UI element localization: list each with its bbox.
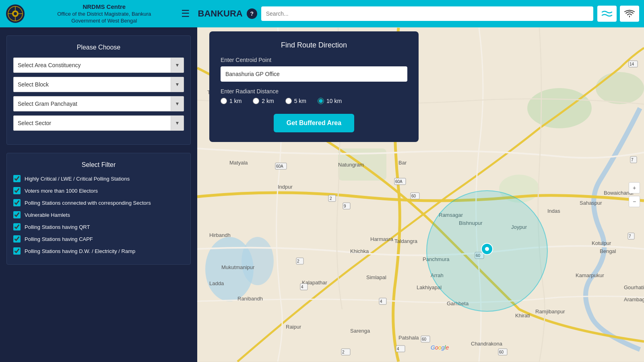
filter-label-4: Vulnerable Hamlets [25,212,70,218]
svg-text:4: 4 [301,285,303,289]
svg-text:Natungram: Natungram [338,162,364,168]
filter-checkbox-3[interactable] [13,199,21,206]
svg-text:Taldangra: Taldangra [394,238,418,244]
map-area[interactable]: Santuri Saltora Talajuri Jorehira Jhanti… [197,27,644,362]
filter-item-4: Vulnerable Hamlets [13,211,184,218]
svg-text:7: 7 [629,234,631,239]
svg-point-10 [242,237,274,285]
svg-point-11 [527,88,592,128]
main-content: Please Choose Select Area Constituency ▼… [0,27,644,362]
radio-5km[interactable]: 5 km [285,98,306,104]
svg-text:60: 60 [411,194,416,198]
radio-input-1km[interactable] [221,98,227,104]
svg-text:Matyala: Matyala [229,160,248,166]
svg-text:Ladda: Ladda [209,280,224,286]
svg-text:Arambagh: Arambagh [624,296,644,302]
svg-text:14: 14 [630,62,634,66]
radio-input-10km[interactable] [318,98,324,104]
org-line2: Office of the District Magistrate, Banku… [31,11,178,18]
svg-text:60A: 60A [395,179,402,184]
filter-item-6: Polling Stations having CAPF [13,235,184,243]
sector-dropdown[interactable]: Select Sector ▼ [13,115,184,131]
svg-text:2: 2 [297,259,299,263]
zoom-in-button[interactable]: + [629,182,640,193]
filter-label-2: Voters more than 1000 Electors [25,188,98,194]
route-panel-title: Find Route Direction [221,41,407,49]
block-arrow: ▼ [171,77,184,92]
filter-checkbox-7[interactable] [13,247,21,255]
filter-checkbox-6[interactable] [13,235,21,243]
get-buffered-area-button[interactable]: Get Buffered Area [274,114,354,132]
org-line3: Government of West Bengal [31,18,178,25]
radio-10km[interactable]: 10 km [318,98,342,104]
filter-item-5: Polling Stations having QRT [13,223,184,230]
radio-input-2km[interactable] [253,98,259,104]
search-input[interactable] [261,6,593,21]
area-constituency-select[interactable]: Select Area Constituency [14,58,171,72]
radio-1km[interactable]: 1 km [221,98,242,104]
zoom-out-button[interactable]: − [629,196,640,207]
radio-label-2km: 2 km [262,98,274,104]
svg-text:4: 4 [397,347,399,351]
filter-label-3: Polling Stations connected with correspo… [25,200,151,206]
select-filter-title: Select Filter [13,161,184,169]
svg-text:7: 7 [631,158,634,162]
hamburger-menu[interactable]: ☰ [181,8,190,19]
svg-text:9: 9 [344,204,346,208]
svg-text:Bengal: Bengal [600,248,616,254]
svg-point-12 [596,72,644,104]
route-icon-button[interactable] [597,6,617,22]
bankura-label: BANKURA [198,8,243,19]
centroid-label: Enter Centroid Point [221,57,407,63]
filter-label-5: Polling Stations having QRT [25,224,90,230]
svg-text:Khirati: Khirati [515,313,530,319]
block-select[interactable]: Select Block [14,77,171,92]
filter-checkbox-4[interactable] [13,211,21,218]
svg-text:Khichka: Khichka [350,248,369,254]
gram-panchayat-select[interactable]: Select Gram Panchayat [14,97,171,111]
filter-item-1: Highly Critical / LWE / Critical Polling… [13,175,184,182]
radio-input-5km[interactable] [285,98,292,104]
area-constituency-dropdown[interactable]: Select Area Constituency ▼ [13,58,184,73]
svg-text:Mukutmanipur: Mukutmanipur [221,264,255,270]
gram-panchayat-dropdown[interactable]: Select Gram Panchayat ▼ [13,96,184,111]
radio-2km[interactable]: 2 km [253,98,274,104]
svg-text:Google: Google [431,344,449,351]
centroid-input[interactable] [221,66,407,82]
filter-checkbox-2[interactable] [13,187,21,194]
svg-point-93 [485,247,489,251]
radio-label-1km: 1 km [229,98,242,104]
filter-checkbox-5[interactable] [13,223,21,230]
block-dropdown[interactable]: Select Block ▼ [13,77,184,92]
svg-point-3 [14,12,17,15]
filter-checkbox-1[interactable] [13,175,21,182]
filter-label-1: Highly Critical / LWE / Critical Polling… [25,176,130,182]
sector-arrow: ▼ [171,116,184,130]
svg-text:Simlapal: Simlapal [366,274,386,280]
org-line1: NRDMS Centre [31,3,178,11]
svg-text:Bar: Bar [398,160,407,166]
area-constituency-arrow: ▼ [171,58,184,72]
filter-label-7: Polling Stations having D.W. / Electrici… [25,248,135,254]
map-controls-right: + − [629,182,640,207]
sector-select[interactable]: Select Sector [14,116,171,130]
org-title: NRDMS Centre Office of the District Magi… [31,3,178,24]
wifi-icon-button[interactable] [620,6,639,22]
svg-text:60: 60 [422,337,427,341]
svg-text:60: 60 [499,350,504,354]
svg-text:2: 2 [330,196,332,201]
radio-label-10km: 10 km [326,98,342,104]
filter-item-2: Voters more than 1000 Electors [13,187,184,194]
svg-text:Sarenga: Sarenga [350,328,370,334]
select-filter-section: Select Filter Highly Critical / LWE / Cr… [6,153,191,265]
header: NRDMS Centre Office of the District Magi… [0,0,644,27]
svg-text:Raipur: Raipur [286,324,301,330]
govt-logo [5,3,26,24]
please-choose-section: Please Choose Select Area Constituency ▼… [6,35,191,145]
gram-panchayat-arrow: ▼ [171,97,184,111]
svg-text:Ramjibanpur: Ramjibanpur [535,309,565,315]
svg-text:4: 4 [380,299,382,304]
help-icon[interactable]: ? [247,8,257,19]
header-icons [597,6,639,22]
svg-text:60A: 60A [276,164,283,169]
